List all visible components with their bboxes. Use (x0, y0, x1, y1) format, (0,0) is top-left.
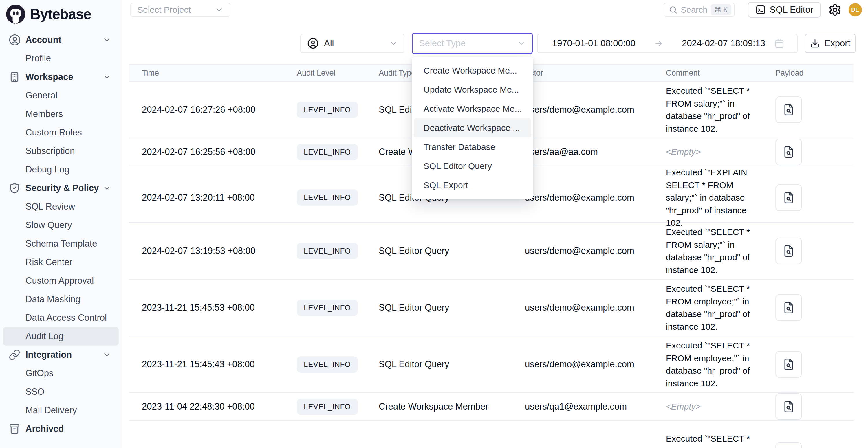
actor-filter-select[interactable]: All (300, 34, 404, 53)
menu-item-sql-editor-query[interactable]: SQL Editor Query (414, 157, 531, 176)
payload-view-button[interactable] (775, 96, 802, 123)
sidebar-item-schema-template[interactable]: Schema Template (3, 234, 119, 253)
type-filter-menu: Create Workspace Me... Update Workspace … (412, 57, 533, 199)
col-header-payload: Payload (769, 69, 854, 77)
audit-level-badge: LEVEL_INFO (297, 299, 358, 316)
sidebar-item-risk-center[interactable]: Risk Center (3, 253, 119, 271)
sidebar-item-integration[interactable]: Integration (3, 346, 119, 364)
date-range-to: 2024-02-07 18:09:13 (682, 38, 765, 49)
sidebar-item-audit-log[interactable]: Audit Log (3, 327, 119, 346)
date-range-from: 1970-01-01 08:00:00 (552, 38, 636, 49)
payload-view-button[interactable] (775, 351, 802, 378)
export-button[interactable]: Export (805, 34, 856, 53)
table-row: 2023-11-21 15:45:53 +08:00 LEVEL_INFO SQ… (129, 280, 854, 336)
file-search-icon (782, 400, 795, 413)
cell-audit-type: SQL Editor Query (372, 246, 518, 256)
sidebar-item-sso[interactable]: SSO (3, 383, 119, 401)
shield-check-icon (9, 182, 21, 194)
menu-item-transfer-database[interactable]: Transfer Database (414, 137, 531, 157)
actor-filter-value: All (324, 38, 334, 49)
cell-comment: Executed `"SELECT * FROM salary;"` in da… (661, 85, 769, 135)
cell-comment: Executed `"SELECT * FROM employee;"` in … (661, 339, 769, 389)
table-row: 2023-11-04 21:26:34 +08:00 LEVEL_INFO SQ… (129, 421, 854, 448)
sidebar-item-gitops[interactable]: GitOps (3, 364, 119, 383)
sidebar: Bytebase Account Profile Workspace Gener… (0, 0, 122, 448)
menu-item-update-workspace-member[interactable]: Update Workspace Me... (414, 80, 531, 99)
cell-time: 2024-02-07 16:27:26 +08:00 (129, 104, 297, 115)
sidebar-item-general[interactable]: General (3, 86, 119, 105)
cell-actor: users/aa@aa.com (518, 147, 661, 157)
cell-comment: Executed `"SELECT * FROM salary;"` in da… (661, 226, 769, 276)
col-header-audit-level: Audit Level (297, 69, 372, 77)
menu-item-sql-export[interactable]: SQL Export (414, 176, 531, 195)
sidebar-item-custom-approval[interactable]: Custom Approval (3, 271, 119, 290)
sidebar-item-data-masking[interactable]: Data Masking (3, 290, 119, 309)
audit-level-badge: LEVEL_INFO (297, 243, 358, 259)
col-header-comment: Comment (661, 69, 769, 77)
cell-comment: <Empty> (661, 146, 769, 158)
topbar-right: Search ⌘ K SQL Editor DE (663, 2, 862, 18)
sidebar-item-slow-query[interactable]: Slow Query (3, 216, 119, 234)
sidebar-item-archived[interactable]: Archived (3, 420, 119, 438)
payload-view-button[interactable] (775, 237, 802, 264)
audit-level-badge: LEVEL_INFO (297, 398, 358, 415)
bytebase-audit-log-page: Bytebase Account Profile Workspace Gener… (0, 0, 868, 448)
sidebar-item-workspace[interactable]: Workspace (3, 68, 119, 86)
sidebar-item-security-policy[interactable]: Security & Policy (3, 179, 119, 197)
cell-actor: users/demo@example.com (518, 359, 661, 370)
sql-editor-button[interactable]: SQL Editor (748, 2, 821, 18)
topbar: Select Project Search ⌘ K SQL Editor DE (122, 0, 868, 20)
sidebar-nav: Account Profile Workspace General Member… (0, 25, 122, 438)
search-input[interactable]: Search ⌘ K (663, 3, 735, 17)
sidebar-item-profile[interactable]: Profile (3, 49, 119, 68)
cell-audit-type: SQL Editor Query (372, 302, 518, 313)
file-search-icon (782, 191, 795, 204)
audit-level-badge: LEVEL_INFO (297, 356, 358, 373)
filter-bar: All Select Type 1970-01-01 08:00:00 2024… (122, 33, 868, 54)
audit-level-badge: LEVEL_INFO (297, 102, 358, 118)
payload-view-button[interactable] (775, 139, 802, 165)
sidebar-item-mail-delivery[interactable]: Mail Delivery (3, 401, 119, 420)
date-range-picker[interactable]: 1970-01-01 08:00:00 2024-02-07 18:09:13 (537, 34, 798, 53)
search-icon (669, 5, 678, 14)
audit-level-badge: LEVEL_INFO (297, 144, 358, 160)
type-filter-placeholder: Select Type (419, 38, 466, 49)
payload-view-button[interactable] (775, 294, 802, 321)
archive-icon (9, 423, 21, 435)
col-header-actor: Actor (518, 69, 661, 77)
gear-icon[interactable] (828, 3, 842, 17)
payload-view-button[interactable] (775, 184, 802, 211)
payload-view-button[interactable] (775, 442, 802, 448)
chevron-down-icon (517, 39, 526, 47)
building-icon (9, 71, 21, 83)
payload-view-button[interactable] (775, 393, 802, 420)
sidebar-item-data-access-control[interactable]: Data Access Control (3, 309, 119, 327)
menu-item-deactivate-workspace-member[interactable]: Deactivate Workspace ... (414, 118, 531, 137)
sidebar-item-members[interactable]: Members (3, 105, 119, 123)
chevron-down-icon (102, 73, 111, 81)
sidebar-item-account[interactable]: Account (3, 31, 119, 49)
search-placeholder: Search (681, 5, 708, 15)
avatar[interactable]: DE (848, 3, 862, 17)
table-row: 2024-02-07 13:19:53 +08:00 LEVEL_INFO SQ… (129, 223, 854, 280)
cell-time: 2024-02-07 13:19:53 +08:00 (129, 246, 297, 256)
sidebar-item-subscription[interactable]: Subscription (3, 142, 119, 160)
cell-comment: <Empty> (661, 400, 769, 413)
search-shortcut-badge: ⌘ K (711, 4, 731, 15)
file-search-icon (782, 358, 795, 371)
type-filter-select[interactable]: Select Type (412, 33, 533, 54)
chevron-down-icon (102, 350, 111, 359)
chevron-down-icon (215, 5, 223, 14)
cell-time: 2023-11-04 22:48:30 +08:00 (129, 402, 297, 412)
bytebase-logo[interactable]: Bytebase (0, 0, 122, 25)
cell-time: 2024-02-07 16:25:56 +08:00 (129, 147, 297, 157)
calendar-icon (774, 38, 785, 49)
cell-time: 2024-02-07 13:20:11 +08:00 (129, 192, 297, 203)
sidebar-item-sql-review[interactable]: SQL Review (3, 197, 119, 216)
file-search-icon (782, 103, 795, 116)
menu-item-activate-workspace-member[interactable]: Activate Workspace Me... (414, 99, 531, 118)
project-select[interactable]: Select Project (130, 3, 230, 17)
menu-item-create-workspace-member[interactable]: Create Workspace Me... (414, 61, 531, 80)
sidebar-item-debug-log[interactable]: Debug Log (3, 160, 119, 179)
sidebar-item-custom-roles[interactable]: Custom Roles (3, 123, 119, 142)
